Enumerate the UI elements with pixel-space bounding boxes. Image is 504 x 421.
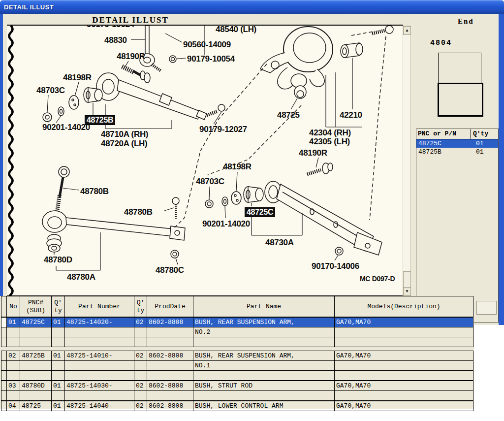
- scroll-up-icon[interactable]: ▲: [403, 26, 411, 35]
- pnc-list: PNC or P/N Q'ty 48725C 01 48725B 01: [416, 129, 499, 323]
- col-pnc-sub: PNC#(SUB): [20, 296, 52, 317]
- diagram-scrollbar[interactable]: ▲ ▼: [403, 26, 410, 296]
- table-row-continuation: NO.2: [1, 327, 473, 337]
- cell-part-number[interactable]: 48725-14030-: [65, 381, 134, 391]
- part-label-48540-lh-[interactable]: 48540 (LH): [216, 25, 256, 34]
- cell-pnc[interactable]: 48725C: [20, 318, 52, 327]
- part-label-48198r[interactable]: 48198R: [223, 162, 252, 172]
- col-qty1: Q'ty: [52, 296, 65, 317]
- cell-prod-date[interactable]: 8602-8808: [147, 318, 193, 327]
- cell-qty2[interactable]: 02: [134, 318, 147, 327]
- part-label-48830[interactable]: 48830: [104, 35, 127, 45]
- cell-qty1[interactable]: 01: [52, 351, 65, 361]
- table-row[interactable]: 04 48725 01 48725-14040- 02 8602-8808 BU…: [1, 401, 473, 411]
- cell-part-number[interactable]: 48725-14020-: [65, 318, 134, 327]
- cell-part-name[interactable]: BUSH, REAR SUSPENSION ARM,: [193, 351, 335, 361]
- part-label-48725b[interactable]: 48725B: [85, 115, 115, 125]
- table-row-empty: [1, 371, 473, 381]
- parts-table-header: No PNC#(SUB) Q'ty Part Number Q'ty ProdD…: [1, 296, 473, 317]
- col-qty2: Q'ty: [134, 296, 147, 317]
- scroll-thumb[interactable]: [403, 271, 411, 289]
- cell-models[interactable]: GA70,MA70: [335, 381, 473, 391]
- table-row[interactable]: 03 48780D 01 48725-14030- 02 8602-8808 B…: [1, 381, 473, 391]
- part-label-48780d[interactable]: 48780D: [44, 255, 72, 265]
- cell-prod-date[interactable]: 8602-8808: [147, 381, 193, 391]
- cell-prod-date[interactable]: 8602-8808: [147, 401, 193, 411]
- part-label-48703c[interactable]: 48703C: [36, 86, 65, 96]
- part-label-90201-14020[interactable]: 90201-14020: [42, 123, 90, 132]
- qty-column-header: Q'ty: [471, 129, 498, 139]
- part-label-48190r[interactable]: 48190R: [299, 148, 327, 158]
- cell-pnc[interactable]: 48725B: [20, 351, 52, 361]
- cell-models[interactable]: GA70,MA70: [335, 351, 473, 361]
- table-row[interactable]: 02 48725B 01 48725-14010- 02 8602-8808 B…: [1, 351, 473, 361]
- cell-prod-date[interactable]: 8602-8808: [147, 351, 193, 361]
- cell-part-name[interactable]: BUSH, STRUT ROD: [193, 381, 335, 391]
- part-label-90179-12027[interactable]: 90179-12027: [199, 125, 247, 134]
- cell-pnc[interactable]: 48780D: [20, 381, 52, 391]
- pnc-row-48725b[interactable]: 48725B 01: [416, 148, 498, 156]
- pnc-row-48725c[interactable]: 48725C 01: [416, 139, 498, 148]
- part-label-48780b[interactable]: 48780B: [124, 207, 153, 217]
- part-label-48780a[interactable]: 48780A: [67, 272, 95, 282]
- parts-table: No PNC#(SUB) Q'ty Part Number Q'ty ProdD…: [0, 296, 474, 409]
- part-label-48190r[interactable]: 48190R: [117, 52, 145, 62]
- cell-qty1[interactable]: 01: [52, 318, 65, 327]
- cell-no[interactable]: 03: [7, 381, 20, 391]
- pnc-list-header: PNC or P/N Q'ty: [416, 129, 498, 139]
- qty-value[interactable]: 01: [471, 148, 498, 156]
- cell-qty2[interactable]: 02: [134, 401, 147, 411]
- part-label-42304-rh-[interactable]: 42304 (RH): [309, 128, 351, 138]
- page-box-2-selected[interactable]: [438, 83, 483, 117]
- col-part-number: Part Number: [65, 296, 134, 317]
- cell-qty2[interactable]: 02: [134, 381, 147, 391]
- page-box-1[interactable]: [438, 53, 481, 84]
- part-label-48780b[interactable]: 48780B: [80, 187, 109, 196]
- cell-pnc[interactable]: 48725: [20, 401, 52, 411]
- cell-part-name-2: NO.1: [193, 361, 335, 371]
- cell-qty1[interactable]: 01: [52, 381, 65, 391]
- detail-illustration: 4883090560-1400948540 (LH)90179-10054481…: [7, 25, 403, 296]
- part-label-48720a-lh-[interactable]: 48720A (LH): [101, 139, 147, 149]
- part-label-48703c[interactable]: 48703C: [196, 177, 224, 187]
- part-label-90560-14009[interactable]: 90560-14009: [183, 40, 231, 50]
- qty-value[interactable]: 01: [471, 140, 498, 147]
- end-button[interactable]: End: [458, 17, 474, 26]
- cell-part-name[interactable]: BUSH, LOWER CONTROL ARM: [193, 401, 335, 411]
- part-label-42305-lh-[interactable]: 42305 (LH): [309, 137, 350, 147]
- part-label-90201-14020[interactable]: 90201-14020: [202, 219, 250, 229]
- part-label-48730a[interactable]: 48730A: [265, 238, 294, 248]
- scroll-down-icon[interactable]: ▼: [403, 287, 411, 296]
- cell-no[interactable]: 02: [7, 351, 20, 361]
- table-row-empty: [1, 391, 473, 401]
- cell-part-number[interactable]: 48725-14040-: [65, 401, 134, 411]
- part-label-48780c[interactable]: 48780C: [156, 265, 184, 275]
- col-prod-date: ProdDate: [147, 296, 193, 317]
- part-label-90170-14006[interactable]: 90170-14006: [312, 261, 359, 271]
- pnc-value[interactable]: 48725C: [416, 140, 471, 147]
- pnc-value[interactable]: 48725B: [416, 148, 471, 156]
- cell-qty1[interactable]: 01: [52, 401, 65, 411]
- page-title: DETAIL ILLUST: [69, 15, 192, 25]
- cell-models[interactable]: GA70,MA70: [335, 401, 473, 411]
- window-right-border: [499, 14, 504, 325]
- part-label-42210[interactable]: 42210: [340, 110, 362, 120]
- cell-no[interactable]: 04: [7, 401, 20, 411]
- part-label-90179-10054[interactable]: 90179-10054: [187, 54, 235, 64]
- part-label-48725c[interactable]: 48725C: [245, 207, 275, 217]
- window-titlebar[interactable]: DETAIL ILLUST: [0, 0, 504, 14]
- cell-part-number[interactable]: 48725-14010-: [65, 351, 134, 361]
- cell-no[interactable]: 01: [7, 318, 20, 327]
- table-row[interactable]: 01 48725C 01 48725-14020- 02 8602-8808 B…: [1, 318, 473, 327]
- part-label-48725[interactable]: 48725: [277, 110, 300, 120]
- table-corner-box: [476, 301, 497, 315]
- part-block-4: 04 48725 01 48725-14040- 02 8602-8808 BU…: [1, 401, 473, 411]
- cell-models[interactable]: GA70,MA70: [335, 318, 473, 327]
- selector-header: [1, 296, 7, 317]
- cell-part-name[interactable]: BUSH, REAR SUSPENSION ARM,: [193, 318, 335, 327]
- part-label-48198r[interactable]: 48198R: [63, 73, 92, 83]
- part-label-48710a-rh-[interactable]: 48710A (RH): [101, 130, 148, 139]
- cell-qty2[interactable]: 02: [134, 351, 147, 361]
- part-block-1: 01 48725C 01 48725-14020- 02 8602-8808 B…: [1, 317, 473, 347]
- part-block-3: 03 48780D 01 48725-14030- 02 8602-8808 B…: [1, 381, 473, 401]
